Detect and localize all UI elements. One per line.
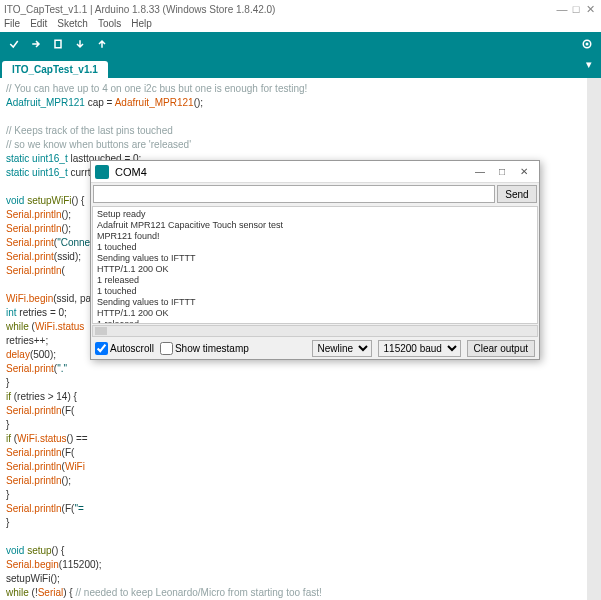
serial-line: HTTP/1.1 200 OK <box>97 264 533 275</box>
serial-monitor-title: COM4 <box>115 166 469 178</box>
verify-button[interactable] <box>4 34 24 54</box>
serial-scrollbar[interactable] <box>92 325 538 337</box>
minimize-button[interactable]: — <box>555 3 569 15</box>
toolbar <box>0 32 601 56</box>
autoscroll-checkbox-label[interactable]: Autoscroll <box>95 342 154 355</box>
serial-line: Sending values to IFTTT <box>97 253 533 264</box>
serial-line: Adafruit MPR121 Capacitive Touch sensor … <box>97 220 533 231</box>
serial-input[interactable] <box>93 185 495 203</box>
serial-bottom-bar: Autoscroll Show timestamp Newline 115200… <box>91 337 539 359</box>
menu-file[interactable]: File <box>4 18 20 32</box>
serial-line: HTTP/1.1 200 OK <box>97 308 533 319</box>
svg-rect-0 <box>55 40 61 48</box>
serial-line: 1 touched <box>97 286 533 297</box>
upload-button[interactable] <box>26 34 46 54</box>
serial-line: 1 touched <box>97 242 533 253</box>
maximize-button[interactable]: □ <box>569 3 583 15</box>
svg-point-2 <box>586 43 588 45</box>
menu-edit[interactable]: Edit <box>30 18 47 32</box>
serial-monitor-titlebar: COM4 — □ ✕ <box>91 161 539 183</box>
menu-sketch[interactable]: Sketch <box>57 18 88 32</box>
tab-bar: ITO_CapTest_v1.1 ▾ <box>0 56 601 78</box>
sm-minimize-button[interactable]: — <box>469 166 491 177</box>
serial-output[interactable]: Setup ready Adafruit MPR121 Capacitive T… <box>92 206 538 324</box>
arduino-icon <box>95 165 109 179</box>
timestamp-checkbox[interactable] <box>160 342 173 355</box>
menubar: File Edit Sketch Tools Help <box>0 18 601 32</box>
timestamp-checkbox-label[interactable]: Show timestamp <box>160 342 249 355</box>
new-button[interactable] <box>48 34 68 54</box>
close-button[interactable]: ✕ <box>583 3 597 16</box>
serial-monitor-button[interactable] <box>577 34 597 54</box>
serial-input-row: Send <box>91 183 539 205</box>
baud-select[interactable]: 115200 baud <box>378 340 461 357</box>
serial-line: Setup ready <box>97 209 533 220</box>
serial-line: MPR121 found! <box>97 231 533 242</box>
titlebar: ITO_CapTest_v1.1 | Arduino 1.8.33 (Windo… <box>0 0 601 18</box>
tab-sketch[interactable]: ITO_CapTest_v1.1 <box>2 61 108 78</box>
sm-maximize-button[interactable]: □ <box>491 166 513 177</box>
serial-line: 1 released <box>97 275 533 286</box>
save-button[interactable] <box>92 34 112 54</box>
send-button[interactable]: Send <box>497 185 537 203</box>
menu-help[interactable]: Help <box>131 18 152 32</box>
clear-output-button[interactable]: Clear output <box>467 340 535 357</box>
open-button[interactable] <box>70 34 90 54</box>
menu-tools[interactable]: Tools <box>98 18 121 32</box>
sm-close-button[interactable]: ✕ <box>513 166 535 177</box>
tab-dropdown-icon[interactable]: ▾ <box>581 58 597 74</box>
window-title: ITO_CapTest_v1.1 | Arduino 1.8.33 (Windo… <box>4 4 555 15</box>
serial-line: Sending values to IFTTT <box>97 297 533 308</box>
serial-monitor-window: COM4 — □ ✕ Send Setup ready Adafruit MPR… <box>90 160 540 360</box>
line-ending-select[interactable]: Newline <box>312 340 372 357</box>
autoscroll-checkbox[interactable] <box>95 342 108 355</box>
serial-line: 1 released <box>97 319 533 324</box>
